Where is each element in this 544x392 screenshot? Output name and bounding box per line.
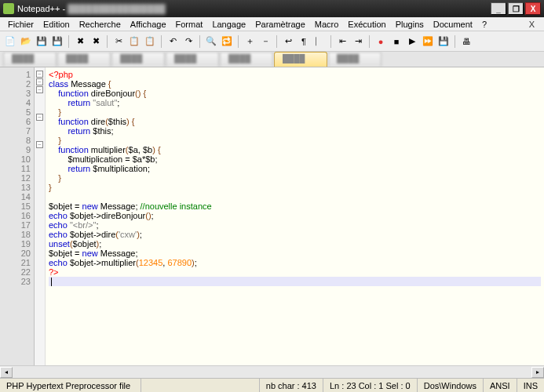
line-number: 10 xyxy=(0,154,31,164)
code-line[interactable]: ?> xyxy=(49,267,541,277)
status-mode: INS xyxy=(517,379,544,392)
menu-format[interactable]: Format xyxy=(171,19,208,30)
close-doc-button[interactable]: X xyxy=(529,20,541,29)
menu-recherche[interactable]: Recherche xyxy=(75,19,126,30)
code-line[interactable]: function dire($this) { xyxy=(49,117,541,126)
menu-langage[interactable]: Langage xyxy=(207,19,250,30)
code-line[interactable]: } xyxy=(49,107,541,117)
undo-button[interactable]: ↶ xyxy=(166,34,180,49)
close-all-button[interactable]: ✖ xyxy=(89,34,103,49)
fold-toggle[interactable]: − xyxy=(36,141,43,148)
scroll-left-button[interactable]: ◂ xyxy=(0,367,13,378)
menu-exécution[interactable]: Exécution xyxy=(343,19,390,30)
outdent-button[interactable]: ⇤ xyxy=(335,34,349,49)
code-line[interactable]: $objet = new Message; xyxy=(49,249,541,258)
copy-button[interactable]: 📋 xyxy=(127,34,141,49)
cut-icon: ✂ xyxy=(115,36,122,46)
code-line[interactable]: unset($objet); xyxy=(49,239,541,249)
line-number: 15 xyxy=(0,201,31,211)
maximize-button[interactable]: ❐ xyxy=(508,2,524,15)
line-number: 1 xyxy=(0,70,31,79)
code-line[interactable] xyxy=(49,192,541,201)
play-multi-button[interactable]: ⏩ xyxy=(421,34,435,49)
paste-button[interactable]: 📋 xyxy=(143,34,157,49)
save-button[interactable]: 💾 xyxy=(35,34,49,49)
status-eol: Dos\Windows xyxy=(418,379,484,392)
print-button[interactable]: 🖶 xyxy=(459,34,473,49)
code-line[interactable]: return $this; xyxy=(49,126,541,136)
code-line[interactable]: return "salut"; xyxy=(49,98,541,107)
menubar: FichierEditionRechercheAffichageFormatLa… xyxy=(0,17,544,31)
menu-macro[interactable]: Macro xyxy=(310,19,344,30)
fold-toggle[interactable]: − xyxy=(36,114,43,121)
minimize-button[interactable]: _ xyxy=(491,2,506,15)
menu-document[interactable]: Document xyxy=(429,19,477,30)
fold-toggle[interactable]: − xyxy=(36,71,43,78)
code-line[interactable]: return $multiplication; xyxy=(49,164,541,173)
save-macro-icon: 💾 xyxy=(438,36,449,46)
record-button[interactable]: ● xyxy=(374,34,388,49)
wrap-icon: ↩ xyxy=(285,36,292,46)
all-chars-button[interactable]: ¶ xyxy=(297,34,311,49)
save-macro-button[interactable]: 💾 xyxy=(436,34,451,49)
indent-guide-button[interactable]: ⎸ xyxy=(312,34,327,49)
code-line[interactable]: } xyxy=(49,183,541,192)
close-button[interactable]: X xyxy=(525,2,541,15)
indent-button[interactable]: ⇥ xyxy=(351,34,365,49)
code-line[interactable]: echo $objet->multiplier(12345, 67890); xyxy=(49,258,541,267)
indent-icon: ⇥ xyxy=(355,36,362,46)
play-button[interactable]: ▶ xyxy=(405,34,419,49)
menu-affichage[interactable]: Affichage xyxy=(126,19,171,30)
line-number: 20 xyxy=(0,249,31,258)
tab-6[interactable]: ████ xyxy=(274,52,327,67)
menu-paramètrage[interactable]: Paramètrage xyxy=(250,19,310,30)
line-number: 18 xyxy=(0,230,31,239)
fold-spacer xyxy=(35,122,45,131)
code-line[interactable]: function direBonjour() { xyxy=(49,89,541,98)
close-button[interactable]: ✖ xyxy=(73,34,87,49)
code-line[interactable]: $objet = new Message; //nouvelle instanc… xyxy=(49,201,541,211)
open-button[interactable]: 📂 xyxy=(19,34,33,49)
tab-4[interactable]: ████ xyxy=(166,52,219,67)
code-area[interactable]: <?phpclass Message { function direBonjou… xyxy=(46,67,544,365)
tab-5[interactable]: ████ xyxy=(220,52,273,67)
code-line[interactable] xyxy=(49,277,541,286)
h-scrollbar[interactable]: ◂ ▸ xyxy=(0,365,544,378)
tab-3[interactable]: ████ xyxy=(111,52,165,67)
editor: 1234567891011121314151617181920212223 −−… xyxy=(0,67,544,365)
code-line[interactable]: echo "<br/>"; xyxy=(49,220,541,230)
code-line[interactable]: echo $objet->direBonjour(); xyxy=(49,211,541,220)
cut-button[interactable]: ✂ xyxy=(111,34,126,49)
app-name: Notepad++ - xyxy=(17,4,68,13)
tab-1[interactable]: ████ xyxy=(3,52,57,67)
replace-button[interactable]: 🔁 xyxy=(220,34,234,49)
open-icon: 📂 xyxy=(20,36,31,46)
zoom-in-button[interactable]: ＋ xyxy=(243,34,257,49)
fold-toggle[interactable]: − xyxy=(36,86,43,93)
menu-fichier[interactable]: Fichier xyxy=(3,19,38,30)
code-line[interactable]: <?php xyxy=(49,70,541,79)
zoom-out-button[interactable]: － xyxy=(258,34,272,49)
redo-icon: ↷ xyxy=(185,36,192,46)
find-button[interactable]: 🔍 xyxy=(204,34,218,49)
menu-plugins[interactable]: Plugins xyxy=(391,19,429,30)
code-line[interactable]: } xyxy=(49,136,541,145)
code-line[interactable]: echo $objet->dire('cxw'); xyxy=(49,230,541,239)
stop-button[interactable]: ■ xyxy=(389,34,403,49)
redo-button[interactable]: ↷ xyxy=(181,34,195,49)
scroll-right-button[interactable]: ▸ xyxy=(531,367,544,378)
close-icon: ✖ xyxy=(77,36,84,46)
menu-?[interactable]: ? xyxy=(477,19,491,30)
wrap-button[interactable]: ↩ xyxy=(281,34,295,49)
tab-7[interactable]: ████ xyxy=(328,52,382,67)
code-line[interactable]: function multiplier($a, $b) { xyxy=(49,145,541,154)
code-line[interactable]: $multiplication = $a*$b; xyxy=(49,154,541,164)
fold-toggle[interactable]: − xyxy=(36,78,43,85)
menu-edition[interactable]: Edition xyxy=(38,19,75,30)
code-line[interactable]: class Message { xyxy=(49,79,541,89)
new-icon: 📄 xyxy=(5,36,16,46)
code-line[interactable]: } xyxy=(49,173,541,183)
save-all-button[interactable]: 💾 xyxy=(50,34,64,49)
tab-2[interactable]: ████ xyxy=(57,52,111,67)
new-button[interactable]: 📄 xyxy=(3,34,17,49)
